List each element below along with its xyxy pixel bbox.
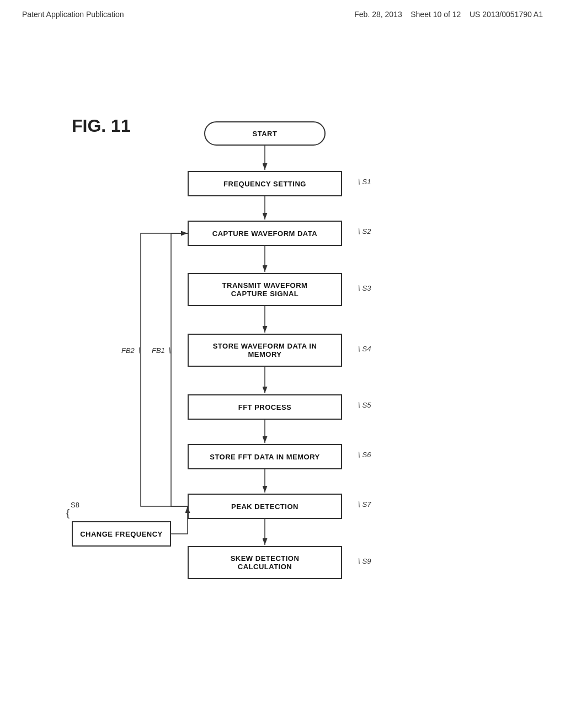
flowchart: START FREQUENCY SETTING ∖ S1 CAPTURE WAV… — [55, 88, 508, 673]
s8-box: CHANGE FREQUENCY — [72, 521, 171, 547]
s9-label: ∖ S9 — [356, 557, 371, 565]
s4-box: STORE WAVEFORM DATA INMEMORY — [188, 334, 342, 367]
s9-box: SKEW DETECTIONCALCULATION — [188, 546, 342, 579]
page-header: Patent Application Publication Feb. 28, … — [0, 0, 565, 24]
s5-label: ∖ S5 — [356, 401, 371, 409]
s3-label: ∖ S3 — [356, 284, 371, 292]
s1-box: FREQUENCY SETTING — [188, 171, 342, 196]
s6-box: STORE FFT DATA IN MEMORY — [188, 444, 342, 469]
s2-label: ∖ S2 — [356, 227, 371, 235]
s7-box: PEAK DETECTION — [188, 494, 342, 519]
s1-label: ∖ S1 — [356, 178, 371, 186]
s2-box: CAPTURE WAVEFORM DATA — [188, 221, 342, 246]
fb2-label: FB2 ∖ — [121, 346, 141, 355]
s8-label: S8 — [71, 501, 79, 509]
fb1-label: FB1 ∖ — [152, 346, 171, 355]
s4-label: ∖ S4 — [356, 345, 371, 353]
s5-box: FFT PROCESS — [188, 394, 342, 420]
s7-label: ∖ S7 — [356, 500, 371, 508]
s6-label: ∖ S6 — [356, 451, 371, 459]
s8-brace: { — [66, 507, 70, 519]
header-publication: Patent Application Publication — [22, 10, 124, 19]
header-meta: Feb. 28, 2013 Sheet 10 of 12 US 2013/005… — [354, 10, 543, 19]
s3-box: TRANSMIT WAVEFORMCAPTURE SIGNAL — [188, 273, 342, 306]
start-box: START — [204, 121, 326, 146]
